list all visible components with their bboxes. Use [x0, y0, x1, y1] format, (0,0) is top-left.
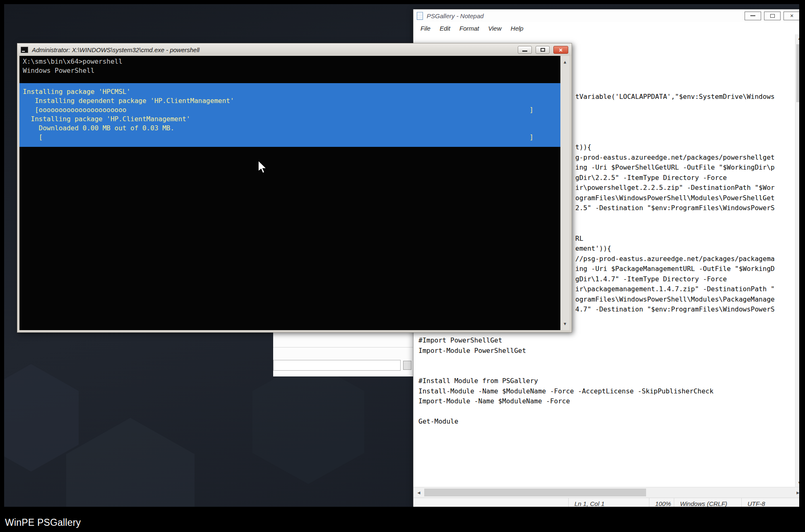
background-window-button[interactable]	[403, 361, 411, 370]
cmd-icon-prompt	[22, 51, 25, 52]
scroll-down-icon[interactable]: ▼	[564, 319, 566, 328]
notepad-maximize-button[interactable]	[764, 12, 781, 20]
status-spacer	[413, 498, 568, 507]
cmd-close-button[interactable]: ×	[553, 46, 568, 54]
background-window-divider	[273, 347, 413, 347]
hexagon-decoration	[66, 418, 195, 507]
menu-item-format[interactable]: Format	[455, 25, 484, 32]
cmd-window: Administrator: X:\WINDOWS\system32\cmd.e…	[17, 43, 572, 333]
console-scrollbar[interactable]: ▲ ▼	[560, 56, 570, 330]
notepad-menubar: File Edit Format View Help	[413, 22, 799, 34]
notepad-icon	[417, 12, 423, 20]
notepad-close-button[interactable]: ×	[783, 12, 799, 20]
minimize-icon	[522, 50, 527, 52]
cmd-minimize-button[interactable]	[518, 46, 532, 54]
maximize-icon	[770, 14, 775, 18]
menu-item-edit[interactable]: Edit	[435, 25, 455, 32]
console[interactable]: X:\sms\bin\x64>powershell Windows PowerS…	[19, 56, 570, 330]
menu-item-view[interactable]: View	[484, 25, 506, 32]
notepad-minimize-button[interactable]	[745, 12, 761, 20]
notepad-script-text: #Import PowerShellGet Import-Module Powe…	[418, 335, 714, 427]
status-zoom[interactable]: 100%	[649, 498, 674, 507]
minimize-icon	[750, 15, 755, 16]
background-window	[273, 333, 413, 376]
background-window-field[interactable]	[273, 360, 401, 371]
video-frame: PSGallery - Notepad × File Edit Format V…	[0, 0, 805, 532]
notepad-horizontal-scrollbar[interactable]: ◀ ▶	[413, 487, 799, 498]
status-encoding: UTF-8	[741, 498, 799, 507]
notepad-titlebar[interactable]: PSGallery - Notepad ×	[413, 10, 799, 22]
notepad-title: PSGallery - Notepad	[427, 12, 484, 19]
powershell-progress: Installing package 'HPCMSL' Installing d…	[19, 83, 560, 147]
progress-bar-close-bracket: ]	[529, 105, 533, 115]
powershell-progress-text: Installing package 'HPCMSL' Installing d…	[19, 83, 560, 147]
notepad-clipped-script-text: tVariable('LOCALAPPDATA',"$env:SystemDri…	[575, 41, 775, 325]
maximize-icon	[541, 48, 545, 52]
status-line-col: Ln 1, Col 1	[568, 498, 649, 507]
scroll-up-icon[interactable]: ▲	[564, 58, 566, 67]
scroll-down-icon[interactable]: ▼	[795, 481, 799, 485]
menu-item-file[interactable]: File	[416, 25, 435, 32]
scroll-left-icon[interactable]: ◀	[414, 487, 423, 498]
hexagon-decoration	[252, 360, 364, 484]
video-caption: WinPE PSGallery	[5, 517, 81, 528]
horizontal-scroll-thumb[interactable]	[424, 489, 646, 496]
desktop: PSGallery - Notepad × File Edit Format V…	[4, 4, 799, 507]
cmd-maximize-button[interactable]	[536, 46, 550, 54]
mouse-cursor	[257, 161, 268, 174]
scroll-right-icon[interactable]: ▶	[793, 487, 799, 498]
status-eol: Windows (CRLF)	[674, 498, 741, 507]
notepad-window-controls: ×	[742, 12, 799, 20]
menu-item-help[interactable]: Help	[506, 25, 528, 32]
cmd-window-controls: ×	[518, 46, 568, 54]
progress-bar-close-bracket: ]	[529, 133, 533, 142]
vertical-scroll-thumb[interactable]	[796, 44, 799, 102]
cmd-icon	[21, 47, 28, 53]
scroll-up-icon[interactable]: ▲	[795, 36, 799, 41]
notepad-status-bar: Ln 1, Col 1 100% Windows (CRLF) UTF-8	[413, 498, 799, 507]
console-output: X:\sms\bin\x64>powershell Windows PowerS…	[19, 56, 570, 75]
notepad-vertical-scrollbar[interactable]: ▲ ▼	[795, 34, 799, 487]
cmd-titlebar[interactable]: Administrator: X:\WINDOWS\system32\cmd.e…	[17, 43, 572, 56]
cmd-title: Administrator: X:\WINDOWS\system32\cmd.e…	[32, 46, 199, 53]
